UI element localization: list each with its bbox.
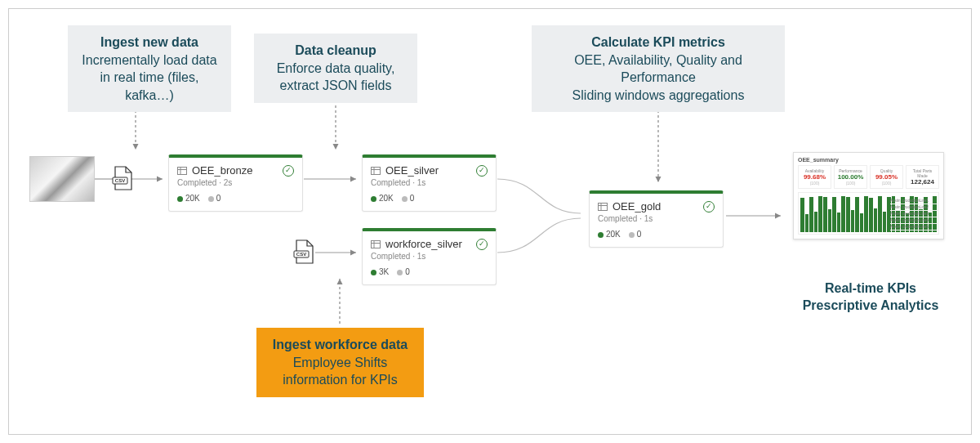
task-count-green: 3K xyxy=(379,267,389,276)
csv-file-icon: CSV xyxy=(112,166,133,190)
kpi-parts: Total Parts Made 122,624 xyxy=(906,165,939,189)
task-name: OEE_bronze xyxy=(192,164,252,177)
callout-cleanup: Data cleanup Enforce data quality, extra… xyxy=(254,34,417,103)
svg-rect-19 xyxy=(372,240,381,248)
kpi-performance: Performance 100.00% (100) xyxy=(834,165,867,189)
callout-desc-line2: Sliding windows aggregations xyxy=(543,87,773,105)
kpi-quality: Quality 99.05% (100) xyxy=(870,165,903,189)
task-count-green: 20K xyxy=(379,194,394,203)
task-status: Completed · 1s xyxy=(371,252,488,261)
callout-title: Calculate KPI metrics xyxy=(543,34,773,51)
svg-rect-13 xyxy=(178,167,187,174)
success-check-icon: ✓ xyxy=(703,201,715,213)
task-card-silver: OEE_silver ✓ Completed · 1s 20K 0 xyxy=(362,154,497,212)
callout-workforce: Ingest workforce data Employee Shifts in… xyxy=(256,328,424,397)
table-icon xyxy=(598,203,608,211)
callout-title: Ingest new data xyxy=(79,34,220,51)
task-count-grey: 0 xyxy=(216,194,221,203)
task-status: Completed · 1s xyxy=(371,178,488,187)
task-name: OEE_gold xyxy=(612,200,661,213)
table-icon xyxy=(371,167,381,175)
svg-rect-16 xyxy=(372,167,381,174)
table-icon xyxy=(177,167,187,175)
dashboard-preview: OEE_summary Availability 99.68% (100) Pe… xyxy=(793,152,944,239)
task-count-grey: 0 xyxy=(405,267,410,276)
callout-desc-line1: OEE, Availability, Quality and Performan… xyxy=(543,51,773,87)
diagram-canvas: Ingest new data Incrementally load data … xyxy=(8,8,972,435)
svg-text:CSV: CSV xyxy=(115,178,125,183)
source-image xyxy=(29,156,95,202)
success-check-icon: ✓ xyxy=(476,239,488,250)
success-check-icon: ✓ xyxy=(283,165,294,177)
callout-desc: Enforce data quality, extract JSON field… xyxy=(265,60,406,95)
dashboard-title: OEE_summary xyxy=(798,157,939,163)
task-count-green: 20K xyxy=(185,194,200,203)
task-card-workforce: workforce_silver ✓ Completed · 1s 3K 0 xyxy=(362,228,497,285)
task-status: Completed · 1s xyxy=(598,214,715,223)
output-caption: Real-time KPIs Prescriptive Analytics xyxy=(793,280,948,315)
task-status: Completed · 2s xyxy=(177,178,294,187)
table-icon xyxy=(371,240,381,248)
callout-title: Data cleanup xyxy=(265,42,406,60)
task-card-gold: OEE_gold ✓ Completed · 1s 20K 0 xyxy=(589,190,724,248)
kpi-availability: Availability 99.68% (100) xyxy=(798,165,831,189)
success-check-icon: ✓ xyxy=(476,165,488,177)
callout-desc: Incrementally load data in real time (fi… xyxy=(79,51,220,105)
svg-text:CSV: CSV xyxy=(296,252,306,257)
task-name: workforce_silver xyxy=(385,238,462,250)
task-count-grey: 0 xyxy=(637,230,642,239)
task-card-bronze: OEE_bronze ✓ Completed · 2s 20K 0 xyxy=(168,154,303,212)
task-count-green: 20K xyxy=(606,230,621,239)
dashboard-table: Austin productionLine1 Austin production… xyxy=(890,198,939,230)
task-count-grey: 0 xyxy=(410,194,415,203)
callout-kpi: Calculate KPI metrics OEE, Availability,… xyxy=(532,25,785,112)
callout-title: Ingest workforce data xyxy=(268,336,412,354)
svg-rect-22 xyxy=(599,203,608,210)
task-name: OEE_silver xyxy=(385,164,439,177)
callout-ingest-new: Ingest new data Incrementally load data … xyxy=(68,25,231,112)
callout-desc: Employee Shifts information for KPIs xyxy=(268,354,412,389)
csv-file-icon: CSV xyxy=(293,239,314,264)
